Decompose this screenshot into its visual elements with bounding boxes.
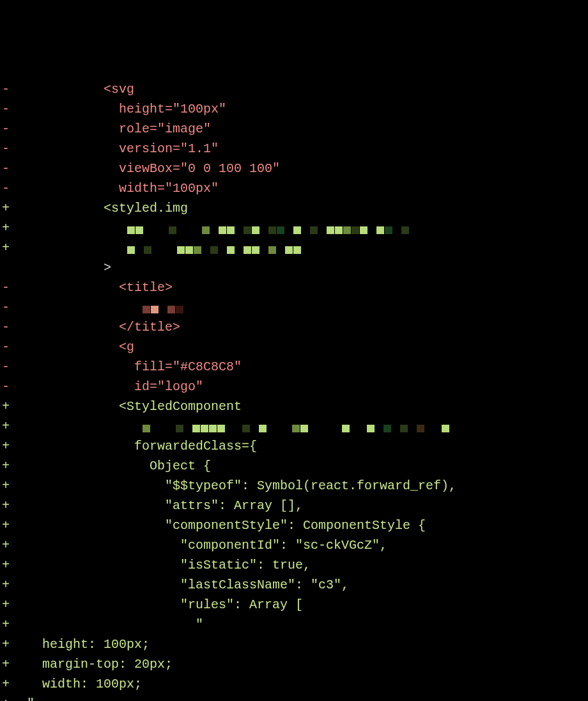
diff-line: - width="100px"	[0, 178, 588, 198]
diff-line: - <g	[0, 337, 588, 357]
diff-line: + "rules": Array [	[0, 595, 588, 615]
diff-code: <svg	[27, 79, 588, 99]
diff-marker: -	[0, 337, 27, 357]
diff-code: fill="#C8C8C8"	[27, 357, 588, 377]
diff-marker: -	[0, 278, 27, 297]
diff-code: "rules": Array [	[27, 595, 588, 615]
diff-view: - <svg- height="100px"- role="image"- ve…	[0, 79, 588, 701]
diff-marker: +	[0, 674, 27, 694]
diff-code: "isStatic": true,	[27, 555, 588, 575]
diff-code: "componentId": "sc-ckVGcZ",	[27, 535, 588, 555]
diff-line: + width: 100px;	[0, 674, 588, 694]
diff-line: - <svg	[0, 79, 588, 99]
diff-code: "lastClassName": "c3",	[27, 575, 588, 595]
diff-marker: -	[0, 159, 27, 178]
diff-marker: -	[0, 119, 27, 139]
diff-code: height: 100px;	[27, 634, 588, 654]
diff-code	[27, 297, 588, 317]
diff-marker: -	[0, 139, 27, 159]
diff-code: height="100px"	[27, 99, 588, 119]
diff-marker: +	[0, 615, 27, 634]
diff-line: + forwardedClass={	[0, 436, 588, 456]
diff-marker: +	[0, 238, 27, 258]
diff-code: "	[27, 615, 588, 634]
diff-code: Object {	[27, 456, 588, 476]
diff-line: + <StyledComponent	[0, 397, 588, 416]
diff-marker: +	[0, 416, 27, 436]
diff-line: + "componentStyle": ComponentStyle {	[0, 516, 588, 535]
diff-marker: +	[0, 218, 27, 238]
diff-marker: +	[0, 535, 27, 555]
diff-code: version="1.1"	[27, 139, 588, 159]
diff-marker: -	[0, 297, 27, 317]
diff-line: +	[0, 218, 588, 238]
diff-line: -	[0, 297, 588, 317]
diff-line: + height: 100px;	[0, 634, 588, 654]
diff-line: >	[0, 258, 588, 278]
diff-line: + <styled.img	[0, 198, 588, 218]
diff-line: + "$$typeof": Symbol(react.forward_ref),	[0, 476, 588, 496]
diff-code: id="logo"	[27, 377, 588, 397]
diff-code: </title>	[27, 317, 588, 337]
diff-marker: -	[0, 99, 27, 119]
diff-code: forwardedClass={	[27, 436, 588, 456]
diff-line: + "isStatic": true,	[0, 555, 588, 575]
diff-marker: +	[0, 694, 27, 701]
diff-line: + "	[0, 615, 588, 634]
diff-code: "$$typeof": Symbol(react.forward_ref),	[27, 476, 588, 496]
diff-marker: +	[0, 555, 27, 575]
diff-line: + Object {	[0, 456, 588, 476]
diff-marker: -	[0, 178, 27, 198]
diff-line: - viewBox="0 0 100 100"	[0, 159, 588, 178]
diff-line: - </title>	[0, 317, 588, 337]
diff-marker: +	[0, 456, 27, 476]
diff-marker: +	[0, 436, 27, 456]
diff-line: +",	[0, 694, 588, 701]
diff-code: <StyledComponent	[27, 397, 588, 416]
diff-line: + margin-top: 20px;	[0, 654, 588, 674]
diff-marker: -	[0, 79, 27, 99]
diff-marker: +	[0, 476, 27, 496]
diff-code: ",	[27, 694, 588, 701]
diff-line: - fill="#C8C8C8"	[0, 357, 588, 377]
diff-code: >	[27, 258, 588, 278]
diff-line: +	[0, 416, 588, 436]
diff-code: <g	[27, 337, 588, 357]
diff-marker	[0, 258, 27, 278]
diff-code	[27, 416, 588, 436]
diff-marker: -	[0, 317, 27, 337]
diff-marker: +	[0, 654, 27, 674]
diff-marker: -	[0, 377, 27, 397]
diff-marker: +	[0, 198, 27, 218]
diff-code: margin-top: 20px;	[27, 654, 588, 674]
diff-marker: +	[0, 496, 27, 516]
diff-code: <styled.img	[27, 198, 588, 218]
diff-line: - height="100px"	[0, 99, 588, 119]
diff-line: - id="logo"	[0, 377, 588, 397]
diff-line: + "componentId": "sc-ckVGcZ",	[0, 535, 588, 555]
diff-code	[27, 218, 588, 238]
diff-code: role="image"	[27, 119, 588, 139]
diff-marker: +	[0, 516, 27, 535]
diff-line: + "attrs": Array [],	[0, 496, 588, 516]
diff-code: width="100px"	[27, 178, 588, 198]
diff-marker: +	[0, 595, 27, 615]
diff-line: - role="image"	[0, 119, 588, 139]
diff-code: viewBox="0 0 100 100"	[27, 159, 588, 178]
diff-code: <title>	[27, 278, 588, 297]
diff-code	[27, 238, 588, 258]
diff-line: +	[0, 238, 588, 258]
diff-line: - <title>	[0, 278, 588, 297]
diff-code: "componentStyle": ComponentStyle {	[27, 516, 588, 535]
diff-marker: +	[0, 634, 27, 654]
diff-line: - version="1.1"	[0, 139, 588, 159]
diff-code: "attrs": Array [],	[27, 496, 588, 516]
diff-marker: +	[0, 575, 27, 595]
diff-marker: +	[0, 397, 27, 416]
diff-code: width: 100px;	[27, 674, 588, 694]
diff-line: + "lastClassName": "c3",	[0, 575, 588, 595]
diff-marker: -	[0, 357, 27, 377]
